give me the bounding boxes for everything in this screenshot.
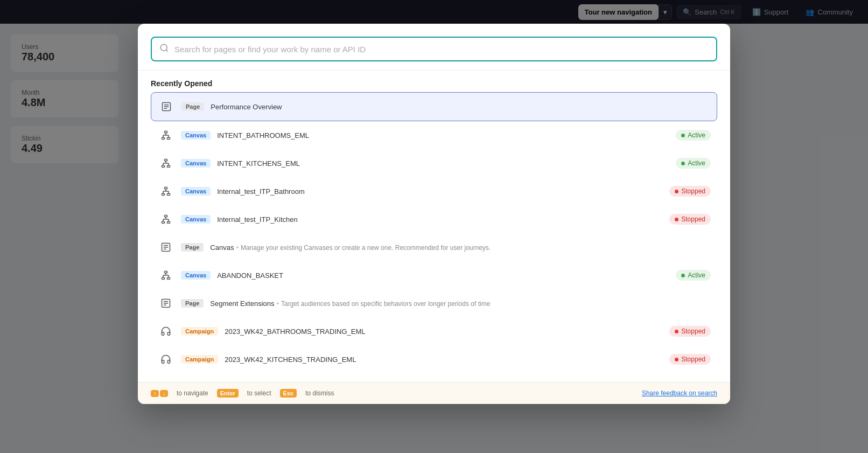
list-item[interactable]: Campaign 2023_WK42_KITCHENS_TRADING_EML … (151, 345, 717, 373)
page-icon (157, 295, 174, 312)
status-label: Active (688, 159, 705, 167)
type-badge-canvas: Canvas (181, 159, 211, 168)
recently-opened-section: Recently Opened Page Performance Overvie… (138, 71, 730, 382)
status-label: Active (688, 271, 705, 279)
status-badge: Active (676, 270, 711, 281)
status-dot (675, 330, 678, 333)
list-item[interactable]: Page Canvas•Manage your existing Canvase… (151, 233, 717, 261)
search-modal: Recently Opened Page Performance Overvie… (138, 24, 730, 404)
arrow-up-key: ↑ (151, 390, 159, 397)
campaign-icon (157, 323, 174, 340)
canvas-icon (157, 211, 174, 228)
svg-rect-20 (165, 187, 167, 189)
status-dot (681, 134, 685, 137)
modal-footer: ↑ ↓ to navigate Enter to select Esc to d… (138, 382, 730, 404)
item-name: 2023_WK42_KITCHENS_TRADING_EML (225, 356, 663, 364)
page-icon (158, 98, 175, 115)
list-item[interactable]: Page Segment Extensions•Target audiences… (151, 289, 717, 317)
campaign-icon (157, 351, 174, 368)
type-badge-canvas: Canvas (181, 215, 211, 224)
svg-line-1 (166, 50, 167, 51)
status-badge: Stopped (669, 186, 711, 197)
canvas-icon (157, 155, 174, 172)
feedback-link[interactable]: Share feedback on search (642, 389, 717, 397)
svg-rect-22 (167, 193, 170, 195)
status-label: Stopped (681, 327, 705, 335)
list-item[interactable]: Canvas Internal_test_ITP_Kitchen Stopped (151, 205, 717, 233)
svg-point-0 (160, 44, 167, 51)
status-label: Stopped (681, 356, 705, 363)
canvas-icon (157, 127, 174, 144)
type-badge-campaign: Campaign (181, 327, 218, 336)
list-item[interactable]: Canvas INTENT_KITCHENS_EML Active (151, 149, 717, 177)
svg-rect-14 (162, 165, 165, 167)
dismiss-shortcut: Esc (280, 389, 297, 398)
svg-rect-38 (165, 271, 167, 273)
type-badge-page: Page (181, 102, 204, 111)
status-badge: Stopped (669, 214, 711, 225)
svg-rect-15 (167, 165, 170, 167)
list-item[interactable]: Page Performance Overview (151, 92, 717, 121)
item-name: 2023_WK42_BATHROOMS_TRADING_EML (225, 327, 663, 336)
enter-key: Enter (217, 389, 239, 398)
svg-rect-27 (165, 215, 167, 217)
canvas-icon (157, 267, 174, 284)
status-badge: Stopped (669, 326, 711, 337)
search-input-wrap (151, 37, 717, 61)
list-item[interactable]: Canvas ABANDON_BASKET Active (151, 261, 717, 289)
item-name: INTENT_KITCHENS_EML (217, 159, 669, 168)
select-label: to select (247, 389, 271, 397)
status-badge: Active (676, 158, 711, 169)
svg-rect-8 (167, 137, 170, 139)
type-badge-page: Page (181, 299, 204, 308)
type-badge-page: Page (181, 243, 204, 252)
select-shortcut: Enter (217, 389, 239, 398)
svg-rect-28 (162, 221, 165, 223)
list-item[interactable]: Campaign 2023_WK42_BATHROOMS_TRADING_EML… (151, 317, 717, 345)
type-badge-canvas: Canvas (181, 187, 211, 196)
type-badge-canvas: Canvas (181, 131, 211, 140)
status-label: Active (688, 131, 705, 139)
list-item[interactable]: Canvas Internal_test_ITP_Bathroom Stoppe… (151, 177, 717, 205)
status-dot (681, 274, 685, 277)
status-dot (675, 218, 678, 221)
item-name: Performance Overview (211, 103, 710, 111)
esc-key: Esc (280, 389, 297, 398)
status-badge: Active (676, 130, 711, 141)
navigate-label: to navigate (177, 389, 208, 397)
svg-rect-21 (162, 193, 165, 195)
search-icon (159, 43, 169, 55)
item-name: ABANDON_BASKET (217, 271, 669, 280)
type-badge-campaign: Campaign (181, 355, 218, 364)
svg-rect-29 (167, 221, 170, 223)
item-name: Canvas•Manage your existing Canvases or … (210, 243, 711, 252)
svg-rect-13 (165, 159, 167, 161)
type-badge-canvas: Canvas (181, 271, 211, 280)
item-name: Internal_test_ITP_Bathroom (217, 187, 663, 196)
svg-rect-40 (167, 277, 170, 279)
search-input[interactable] (174, 45, 709, 54)
status-label: Stopped (681, 187, 705, 195)
status-badge: Stopped (669, 354, 711, 365)
page-icon (157, 239, 174, 256)
svg-rect-7 (162, 137, 165, 139)
arrow-down-key: ↓ (160, 390, 168, 397)
dismiss-label: to dismiss (305, 389, 334, 397)
svg-rect-6 (165, 131, 167, 133)
svg-rect-39 (162, 277, 165, 279)
item-name: INTENT_BATHROOMS_EML (217, 131, 669, 140)
canvas-icon (157, 183, 174, 200)
status-dot (681, 162, 685, 165)
status-label: Stopped (681, 215, 705, 223)
recently-opened-title: Recently Opened (151, 79, 717, 88)
navigate-shortcut: ↑ ↓ (151, 390, 168, 397)
status-dot (675, 190, 678, 193)
list-item[interactable]: Canvas INTENT_BATHROOMS_EML Active (151, 121, 717, 149)
search-area (138, 24, 730, 71)
status-dot (675, 358, 678, 361)
item-name: Segment Extensions•Target audiences base… (210, 299, 711, 308)
item-name: Internal_test_ITP_Kitchen (217, 215, 663, 224)
